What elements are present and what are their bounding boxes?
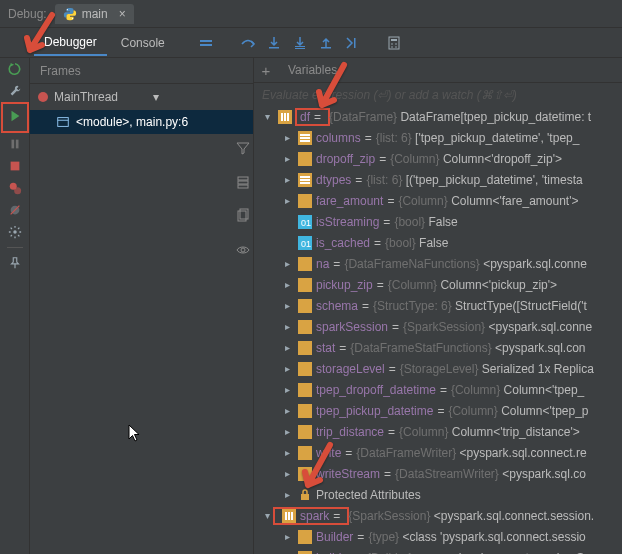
- var-tpep-dropoff[interactable]: ▸tpep_dropoff_datetime={Column} Column<'…: [254, 379, 622, 400]
- var-protected[interactable]: ▸Protected Attributes: [254, 484, 622, 505]
- svg-rect-51: [298, 299, 312, 313]
- svg-rect-4: [269, 47, 279, 49]
- svg-rect-42: [300, 179, 310, 181]
- frame-icon: [56, 115, 70, 129]
- wrench-icon[interactable]: [8, 84, 22, 98]
- svg-point-11: [391, 43, 393, 45]
- thread-name: MainThread: [54, 90, 147, 104]
- pause-icon[interactable]: [8, 137, 22, 151]
- chevron-down-icon: ▾: [260, 510, 274, 521]
- var-write-stream[interactable]: ▸writeStream={DataStreamWriter} <pyspark…: [254, 463, 622, 484]
- svg-rect-16: [15, 140, 18, 149]
- var-columns[interactable]: ▸columns={list: 6} ['tpep_pickup_datetim…: [254, 127, 622, 148]
- svg-rect-39: [298, 152, 312, 166]
- object-icon: [278, 110, 292, 124]
- step-into-my-icon[interactable]: [289, 32, 311, 54]
- calculator-icon[interactable]: [383, 32, 405, 54]
- var-storage-level[interactable]: ▸storageLevel={StorageLevel} Serialized …: [254, 358, 622, 379]
- svg-rect-5: [295, 46, 305, 47]
- stack-frame[interactable]: <module>, main.py:6: [30, 110, 253, 134]
- step-into-icon[interactable]: [263, 32, 285, 54]
- frame-label: <module>, main.py:6: [76, 115, 188, 129]
- var-sparksession[interactable]: ▸sparkSession={SparkSession} <pyspark.sq…: [254, 316, 622, 337]
- pin-icon[interactable]: [8, 256, 22, 270]
- svg-point-0: [66, 9, 67, 10]
- var-dtypes[interactable]: ▸dtypes={list: 6} [('tpep_pickup_datetim…: [254, 169, 622, 190]
- python-icon: [63, 7, 77, 21]
- top-bar: Debug: main ×: [0, 0, 622, 28]
- var-is-streaming[interactable]: 01isStreaming={bool} False: [254, 211, 622, 232]
- tab-debugger[interactable]: Debugger: [34, 30, 107, 56]
- svg-rect-63: [288, 512, 290, 520]
- svg-rect-62: [285, 512, 287, 520]
- svg-rect-52: [298, 320, 312, 334]
- svg-point-30: [241, 248, 245, 252]
- svg-rect-58: [298, 446, 312, 460]
- svg-rect-3: [200, 44, 212, 46]
- run-config-tab[interactable]: main ×: [55, 4, 134, 24]
- svg-rect-53: [298, 341, 312, 355]
- var-na[interactable]: ▸na={DataFrameNaFunctions} <pyspark.sql.…: [254, 253, 622, 274]
- debug-label: Debug:: [8, 7, 47, 21]
- close-icon[interactable]: ×: [119, 7, 126, 21]
- svg-rect-43: [300, 182, 310, 184]
- chevron-down-icon: ▾: [260, 111, 274, 122]
- svg-rect-25: [238, 177, 248, 180]
- eye-icon[interactable]: [235, 242, 251, 258]
- svg-rect-54: [298, 362, 312, 376]
- var-is-cached[interactable]: 01is_cached={bool} False: [254, 232, 622, 253]
- layout-icon[interactable]: [195, 32, 217, 54]
- var-pickup-zip[interactable]: ▸pickup_zip={Column} Column<'pickup_zip'…: [254, 274, 622, 295]
- svg-rect-23: [58, 118, 69, 127]
- var-dropoff-zip[interactable]: ▸dropoff_zip={Column} Column<'dropoff_zi…: [254, 148, 622, 169]
- boxed-spark: spark=: [274, 508, 348, 524]
- mute-breakpoints-icon[interactable]: [8, 203, 22, 217]
- rerun-icon[interactable]: [8, 62, 22, 76]
- var-fare-amount[interactable]: ▸fare_amount={Column} Column<'fare_amoun…: [254, 190, 622, 211]
- boxed-df: df=: [296, 109, 329, 125]
- svg-rect-65: [298, 530, 312, 544]
- resume-icon[interactable]: [5, 106, 25, 129]
- view-breakpoints-icon[interactable]: [8, 181, 22, 195]
- svg-rect-60: [301, 494, 309, 500]
- evaluate-input[interactable]: Evaluate expression (⏎) or add a watch (…: [254, 83, 622, 106]
- svg-rect-55: [298, 383, 312, 397]
- svg-rect-15: [11, 140, 14, 149]
- add-watch-icon[interactable]: +: [254, 62, 278, 79]
- filter-icon[interactable]: [235, 140, 251, 156]
- chevron-down-icon: ▾: [153, 90, 246, 104]
- variables-tree[interactable]: ▾ df= {DataFrame} DataFrame[tpep_pickup_…: [254, 106, 622, 554]
- var-tpep-pickup[interactable]: ▸tpep_pickup_datetime={Column} Column<'t…: [254, 400, 622, 421]
- svg-point-19: [14, 187, 21, 194]
- var-spark[interactable]: ▾ spark= {SparkSession} <pyspark.sql.con…: [254, 505, 622, 526]
- svg-text:01: 01: [301, 239, 311, 249]
- svg-rect-17: [10, 162, 19, 171]
- svg-point-13: [391, 46, 393, 48]
- stack-icon[interactable]: [235, 174, 251, 190]
- frames-title: Frames: [30, 58, 253, 84]
- svg-point-22: [13, 230, 17, 234]
- debug-gutter: [0, 58, 30, 554]
- var-builder-class[interactable]: ▸Builder={type} <class 'pyspark.sql.conn…: [254, 526, 622, 547]
- step-over-icon[interactable]: [237, 32, 259, 54]
- step-out-icon[interactable]: [315, 32, 337, 54]
- copy-icon[interactable]: [235, 208, 251, 224]
- settings-icon[interactable]: [8, 225, 22, 239]
- var-df[interactable]: ▾ df= {DataFrame} DataFrame[tpep_pickup_…: [254, 106, 622, 127]
- svg-point-14: [395, 46, 397, 48]
- svg-rect-56: [298, 404, 312, 418]
- svg-rect-26: [238, 181, 248, 184]
- var-trip-distance[interactable]: ▸trip_distance={Column} Column<'trip_dis…: [254, 421, 622, 442]
- stop-icon[interactable]: [8, 159, 22, 173]
- var-stat[interactable]: ▸stat={DataFrameStatFunctions} <pyspark.…: [254, 337, 622, 358]
- var-write[interactable]: ▸write={DataFrameWriter} <pyspark.sql.co…: [254, 442, 622, 463]
- svg-rect-10: [391, 39, 397, 41]
- var-builder[interactable]: ▸builder={Builder} <pyspark.sql.connect.…: [254, 547, 622, 554]
- thread-selector[interactable]: MainThread ▾: [30, 84, 253, 110]
- var-schema[interactable]: ▸schema={StructType: 6} StructType([Stru…: [254, 295, 622, 316]
- tab-console[interactable]: Console: [111, 31, 175, 55]
- run-to-cursor-icon[interactable]: [341, 32, 363, 54]
- svg-point-1: [72, 17, 73, 18]
- svg-point-12: [395, 43, 397, 45]
- svg-rect-59: [298, 467, 312, 481]
